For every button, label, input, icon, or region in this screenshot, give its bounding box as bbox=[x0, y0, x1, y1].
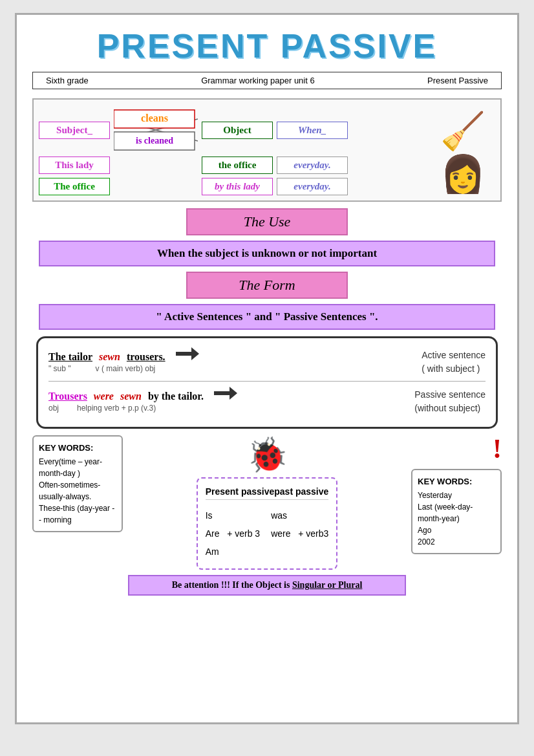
grammar-table-wrapper: Subject_ cleans is cleaned Object bbox=[39, 107, 495, 195]
passive-arrow-svg bbox=[214, 387, 237, 400]
cell-object-val: the office bbox=[202, 157, 273, 174]
key-words-left-items: Every(time – year- month-day ) Often-som… bbox=[39, 456, 116, 526]
key-words-left-title: KEY WORDS: bbox=[39, 442, 116, 455]
passive-sentence-text: Trousers were sewn by the tailor. bbox=[48, 387, 404, 402]
be-attention-banner: Be attention !!! If the Object is Singul… bbox=[128, 575, 406, 596]
right-col: ! KEY WORDS: Yesterday Last (week-day-mo… bbox=[411, 435, 502, 554]
example-box: The tailor sewn trousers. " sub " v ( ma… bbox=[36, 336, 498, 429]
active-verb: sewn bbox=[99, 351, 120, 363]
svg-marker-7 bbox=[191, 347, 199, 360]
page: PRESENT PASSIVE Sixth grade Grammar work… bbox=[15, 13, 519, 724]
passive-sentence-right: Passive sentence (without subject) bbox=[408, 387, 486, 415]
grammar-section: Subject_ cleans is cleaned Object bbox=[32, 98, 502, 202]
passive-right: was were + verb3 bbox=[271, 506, 328, 543]
were-label: were bbox=[271, 528, 290, 539]
ladybug-icon: 🐞 bbox=[246, 435, 288, 475]
passive-arrow-icon bbox=[214, 387, 237, 402]
be-attention-underlined: Singular or Plural bbox=[292, 580, 362, 590]
passive-right-2: (without subject) bbox=[414, 402, 486, 415]
when-banner: When the subject is unknown or not impor… bbox=[39, 241, 495, 266]
key-words-right-items: Yesterday Last (week-day-month-year) Ago… bbox=[418, 490, 495, 548]
active-sentence-text: The tailor sewn trousers. bbox=[48, 347, 411, 363]
svg-rect-6 bbox=[176, 352, 191, 356]
active-sentence-right: Active sentence ( with subject ) bbox=[415, 347, 486, 376]
plus-verb3-label: + verb 3 bbox=[227, 528, 260, 539]
is-row: Is bbox=[206, 506, 260, 524]
cell-when-val1: everyday. bbox=[277, 157, 348, 174]
key-words-right-title: KEY WORDS: bbox=[418, 475, 495, 488]
info-topic: Present Passive bbox=[427, 76, 488, 85]
example-divider bbox=[48, 381, 486, 382]
svg-rect-8 bbox=[214, 391, 230, 395]
active-subject: The tailor bbox=[48, 351, 92, 363]
cell-subject-val2: The office bbox=[39, 178, 110, 195]
use-banner: The Use bbox=[186, 208, 348, 235]
cell-subject-header: Subject_ bbox=[39, 122, 110, 139]
key-words-left-box: KEY WORDS: Every(time – year- month-day … bbox=[32, 435, 123, 532]
active-right-1: Active sentence bbox=[422, 349, 486, 362]
cell-subject-val: This lady bbox=[39, 157, 110, 174]
am-label: Am bbox=[206, 546, 219, 557]
grammar-row1: Subject_ cleans is cleaned Object bbox=[39, 107, 424, 153]
sentences-banner: " Active Sentences " and " Passive Sente… bbox=[39, 304, 495, 330]
passive-verb1: were bbox=[94, 391, 114, 402]
passive-table-box: Present passive past passive Is Are + ve… bbox=[197, 477, 338, 570]
verb-cross-area: cleans is cleaned bbox=[114, 107, 198, 153]
cell-object-header: Object bbox=[202, 122, 273, 139]
info-paper: Grammar working paper unit 6 bbox=[201, 76, 315, 85]
past-header: past passive bbox=[274, 486, 328, 497]
cleaning-lady-icon: 🧹👩 bbox=[431, 107, 495, 195]
passive-sentence-row: Trousers were sewn by the tailor. obj he… bbox=[48, 387, 486, 415]
active-labels: " sub " v ( main verb) obj bbox=[48, 364, 411, 373]
info-bar: Sixth grade Grammar working paper unit 6… bbox=[32, 72, 502, 89]
passive-sub-label: obj bbox=[48, 404, 59, 413]
active-sentence-row: The tailor sewn trousers. " sub " v ( ma… bbox=[48, 347, 486, 376]
are-label: Are bbox=[206, 528, 220, 539]
exclamation-mark: ! bbox=[493, 435, 502, 466]
svg-text:is cleaned: is cleaned bbox=[136, 136, 173, 146]
key-words-right-box: KEY WORDS: Yesterday Last (week-day-mont… bbox=[411, 469, 502, 554]
cross-lines-svg: cleans is cleaned bbox=[114, 107, 198, 153]
active-sub-label: " sub " bbox=[48, 364, 71, 373]
active-obj: trousers. bbox=[127, 351, 166, 363]
are-row: Are + verb 3 bbox=[206, 524, 260, 543]
form-banner: The Form bbox=[186, 272, 348, 299]
active-right-2: ( with subject ) bbox=[422, 362, 486, 376]
grammar-row2: This lady the office everyday. bbox=[39, 157, 424, 174]
svg-text:cleans: cleans bbox=[141, 113, 168, 124]
was-row: was bbox=[271, 506, 328, 524]
cell-object-val2: by this lady bbox=[202, 178, 273, 195]
passive-rest: by the tailor. bbox=[148, 391, 204, 402]
passive-subject: Trousers bbox=[48, 391, 87, 402]
passive-right-1: Passive sentence bbox=[414, 388, 486, 402]
cell-when-header: When_ bbox=[277, 122, 348, 139]
passive-table-header: Present passive past passive bbox=[206, 486, 329, 500]
info-grade: Sixth grade bbox=[46, 76, 89, 85]
passive-verb2: sewn bbox=[120, 391, 142, 402]
bottom-section: KEY WORDS: Every(time – year- month-day … bbox=[32, 435, 502, 596]
present-header: Present passive bbox=[206, 486, 275, 497]
was-label: was bbox=[271, 510, 287, 521]
arrow-svg bbox=[176, 347, 199, 360]
passive-table-content: Is Are + verb 3 Am was bbox=[206, 506, 329, 561]
active-arrow-icon bbox=[176, 347, 199, 363]
page-title: PRESENT PASSIVE bbox=[32, 27, 502, 65]
active-verb-label: v ( main verb) obj bbox=[96, 364, 156, 373]
passive-verb-label: helping verb + p.p (v.3) bbox=[77, 404, 156, 413]
grammar-row3: The office by this lady everyday. bbox=[39, 178, 424, 195]
were-row: were + verb3 bbox=[271, 524, 328, 543]
am-row: Am bbox=[206, 543, 260, 561]
passive-sentence-left: Trousers were sewn by the tailor. obj he… bbox=[48, 387, 404, 413]
svg-marker-9 bbox=[230, 387, 237, 400]
passive-left: Is Are + verb 3 Am bbox=[206, 506, 260, 561]
grammar-table: Subject_ cleans is cleaned Object bbox=[39, 107, 424, 195]
cell-when-val2: everyday. bbox=[277, 178, 348, 195]
active-sentence-left: The tailor sewn trousers. " sub " v ( ma… bbox=[48, 347, 411, 373]
is-label: Is bbox=[206, 510, 213, 521]
center-col: 🐞 Present passive past passive Is Are + … bbox=[128, 435, 406, 596]
be-attention-text-prefix: Be attention !!! If the Object is bbox=[172, 580, 292, 590]
passive-labels: obj helping verb + p.p (v.3) bbox=[48, 404, 404, 413]
plus-verb3-right-label: + verb3 bbox=[298, 528, 328, 539]
